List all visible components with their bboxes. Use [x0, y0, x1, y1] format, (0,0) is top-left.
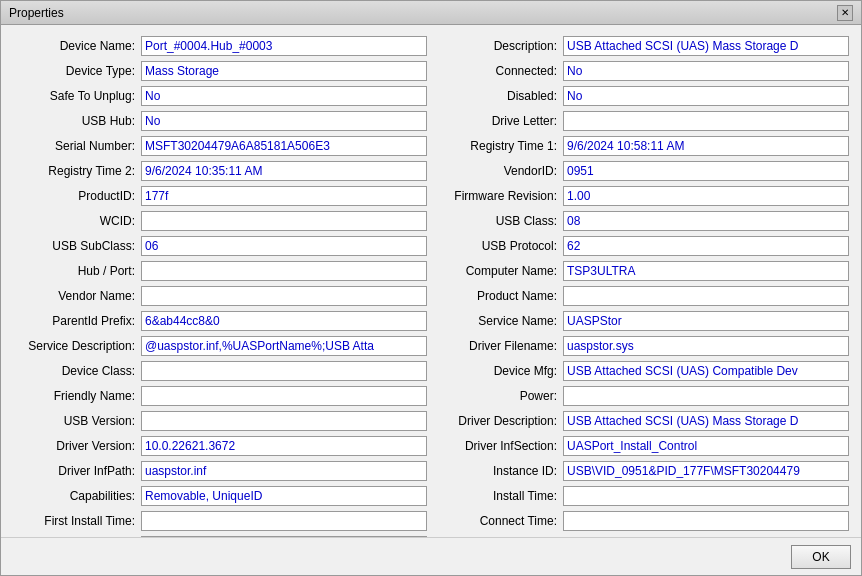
close-button[interactable]: ✕: [837, 5, 853, 21]
prop-value: [141, 136, 427, 156]
prop-label: Friendly Name:: [9, 387, 139, 405]
prop-value: [563, 111, 849, 131]
prop-label: Computer Name:: [431, 262, 561, 280]
table-row: Driver Description:: [431, 408, 853, 433]
prop-value: [141, 286, 427, 306]
table-row: Device Mfg:: [431, 358, 853, 383]
table-row: VendorID:: [431, 158, 853, 183]
ok-button[interactable]: OK: [791, 545, 851, 569]
title-bar: Properties ✕: [1, 1, 861, 25]
table-row: Product Name:: [431, 283, 853, 308]
table-row: Connect Time:: [431, 508, 853, 533]
prop-value: [563, 311, 849, 331]
prop-value: [563, 486, 849, 506]
prop-label: Device Mfg:: [431, 362, 561, 380]
prop-label: Power:: [431, 387, 561, 405]
table-row: Power:: [431, 383, 853, 408]
table-row: ParentId Prefix:: [9, 308, 431, 333]
prop-value: [563, 461, 849, 481]
prop-value: [141, 236, 427, 256]
prop-value: [141, 411, 427, 431]
table-row: WCID:: [9, 208, 431, 233]
prop-value: [141, 486, 427, 506]
prop-label: ParentId Prefix:: [9, 312, 139, 330]
table-row: Device Class:: [9, 358, 431, 383]
prop-value: [563, 161, 849, 181]
table-row: Driver Filename:: [431, 333, 853, 358]
prop-value: [141, 511, 427, 531]
prop-value: [563, 86, 849, 106]
prop-value: [563, 411, 849, 431]
prop-value: [141, 261, 427, 281]
prop-value: [141, 311, 427, 331]
properties-window: Properties ✕ Device Name:Device Type:Saf…: [0, 0, 862, 576]
prop-label: Connected:: [431, 62, 561, 80]
prop-value: [563, 261, 849, 281]
right-column: Description:Connected:Disabled:Drive Let…: [431, 33, 853, 537]
prop-value: [563, 236, 849, 256]
properties-grid: Device Name:Device Type:Safe To Unplug:U…: [9, 33, 853, 537]
table-row: USB Protocol:: [431, 233, 853, 258]
prop-value: [563, 61, 849, 81]
prop-value: [141, 436, 427, 456]
table-row: Device Name:: [9, 33, 431, 58]
prop-label: Product Name:: [431, 287, 561, 305]
table-row: Disabled:: [431, 83, 853, 108]
prop-label: ProductID:: [9, 187, 139, 205]
table-row: Driver InfPath:: [9, 458, 431, 483]
prop-value: [563, 511, 849, 531]
table-row: Computer Name:: [431, 258, 853, 283]
prop-value: [563, 286, 849, 306]
prop-label: VendorID:: [431, 162, 561, 180]
prop-label: Driver InfSection:: [431, 437, 561, 455]
prop-label: Device Name:: [9, 37, 139, 55]
prop-label: Safe To Unplug:: [9, 87, 139, 105]
left-column: Device Name:Device Type:Safe To Unplug:U…: [9, 33, 431, 537]
table-row: Hub / Port:: [9, 258, 431, 283]
prop-label: Firmware Revision:: [431, 187, 561, 205]
window-title: Properties: [9, 6, 64, 20]
table-row: Registry Time 1:: [431, 133, 853, 158]
table-row: Instance ID:: [431, 458, 853, 483]
prop-label: Service Description:: [9, 337, 139, 355]
prop-label: Connect Time:: [431, 512, 561, 530]
table-row: USB Class:: [431, 208, 853, 233]
prop-value: [563, 136, 849, 156]
prop-value: [141, 336, 427, 356]
prop-value: [141, 111, 427, 131]
prop-label: Serial Number:: [9, 137, 139, 155]
table-row: Service Description:: [9, 333, 431, 358]
prop-label: USB Version:: [9, 412, 139, 430]
table-row: Description:: [431, 33, 853, 58]
prop-value: [141, 86, 427, 106]
prop-label: Install Time:: [431, 487, 561, 505]
prop-label: Service Name:: [431, 312, 561, 330]
prop-label: Capabilities:: [9, 487, 139, 505]
table-row: USB SubClass:: [9, 233, 431, 258]
prop-label: Driver Description:: [431, 412, 561, 430]
prop-value: [141, 386, 427, 406]
prop-label: Description:: [431, 37, 561, 55]
prop-value: [563, 386, 849, 406]
table-row: Serial Number:: [9, 133, 431, 158]
properties-content: Device Name:Device Type:Safe To Unplug:U…: [1, 25, 861, 537]
prop-value: [563, 211, 849, 231]
prop-value: [141, 461, 427, 481]
table-row: Connected:: [431, 58, 853, 83]
prop-label: USB SubClass:: [9, 237, 139, 255]
table-row: Vendor Name:: [9, 283, 431, 308]
prop-label: WCID:: [9, 212, 139, 230]
prop-label: Drive Letter:: [431, 112, 561, 130]
prop-label: Driver Filename:: [431, 337, 561, 355]
prop-label: Driver Version:: [9, 437, 139, 455]
prop-value: [141, 36, 427, 56]
prop-label: USB Protocol:: [431, 237, 561, 255]
table-row: Friendly Name:: [9, 383, 431, 408]
table-row: Install Time:: [431, 483, 853, 508]
table-row: Firmware Revision:: [431, 183, 853, 208]
prop-label: Device Type:: [9, 62, 139, 80]
prop-value: [141, 361, 427, 381]
table-row: ProductID:: [9, 183, 431, 208]
prop-label: Instance ID:: [431, 462, 561, 480]
table-row: First Install Time:: [9, 508, 431, 533]
